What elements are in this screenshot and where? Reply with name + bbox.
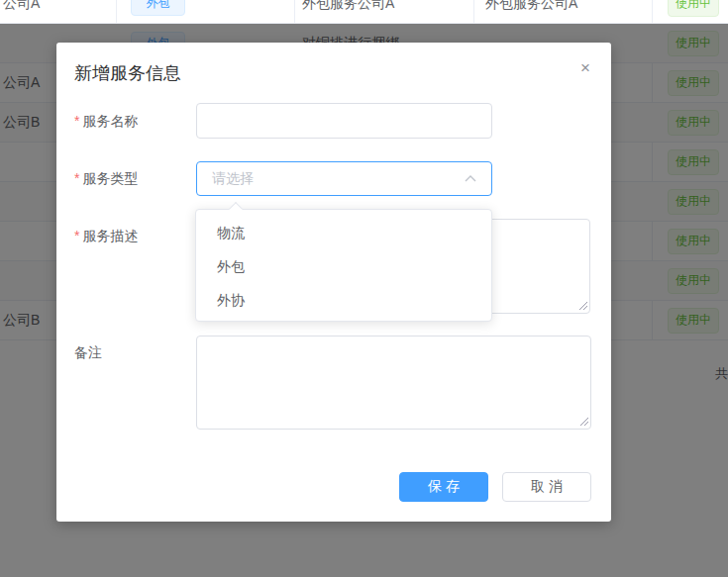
dropdown-option-logistics[interactable]: 物流: [196, 216, 491, 249]
app-screen: 公司A 外包 外包服务公司A 外包服务公司A 使用中 外包 对铜排进行捆绑 使用…: [0, 0, 728, 577]
close-icon[interactable]: ×: [575, 58, 595, 78]
save-button[interactable]: 保 存: [399, 472, 488, 502]
label-text: 备注: [74, 344, 102, 360]
service-name-label: *服务名称: [74, 113, 138, 131]
cell-service-desc: 外包服务公司A: [302, 0, 394, 13]
status-badge: 使用中: [668, 0, 719, 17]
remark-textarea[interactable]: [196, 336, 591, 430]
label-text: 服务描述: [82, 228, 138, 243]
service-type-dropdown: 物流 外包 外协: [195, 209, 492, 322]
service-type-tag: 外包: [131, 0, 185, 16]
service-type-label: *服务类型: [74, 170, 138, 188]
required-asterisk: *: [74, 228, 79, 243]
service-name-input[interactable]: [196, 103, 492, 139]
dialog-title: 新增服务信息: [74, 61, 181, 85]
table-row: 公司A 外包 外包服务公司A 外包服务公司A 使用中: [0, 0, 728, 24]
cell-service-company: 外包服务公司A: [485, 0, 577, 13]
dropdown-option-external[interactable]: 外协: [196, 283, 491, 317]
dropdown-option-outsourcing[interactable]: 外包: [196, 249, 491, 283]
required-asterisk: *: [74, 170, 79, 186]
remark-label: 备注: [74, 344, 102, 362]
label-text: 服务名称: [82, 113, 138, 129]
cancel-button[interactable]: 取 消: [502, 472, 591, 502]
select-placeholder: 请选择: [212, 170, 465, 188]
service-desc-label: *服务描述: [74, 228, 138, 245]
label-text: 服务类型: [82, 170, 138, 186]
remark-field: [196, 336, 591, 430]
cell-company-name: 公司A: [3, 0, 40, 13]
chevron-up-icon: [465, 175, 476, 182]
required-asterisk: *: [74, 113, 79, 129]
service-type-select[interactable]: 请选择: [196, 161, 492, 196]
